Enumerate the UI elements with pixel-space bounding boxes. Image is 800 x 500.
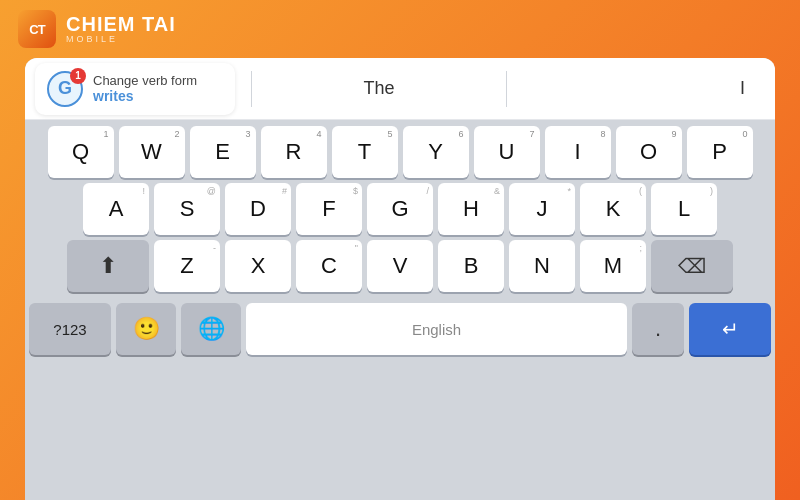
brand-name: CHIEM TAI xyxy=(66,14,176,34)
key-period[interactable]: . xyxy=(632,303,684,355)
bottom-row: ?123🙂🌐English.↵ xyxy=(25,297,775,368)
key-j[interactable]: *J xyxy=(509,183,575,235)
key-q[interactable]: 1Q xyxy=(48,126,114,178)
grammarly-word: writes xyxy=(93,88,197,104)
key-row-3: ⬆-ZX"CVBN;M⌫ xyxy=(29,240,771,292)
grammarly-icon: G 1 xyxy=(47,71,83,107)
key-f[interactable]: $F xyxy=(296,183,362,235)
key-s[interactable]: @S xyxy=(154,183,220,235)
grammarly-badge: 1 xyxy=(70,68,86,84)
space-label: English xyxy=(412,321,461,338)
key-m[interactable]: ;M xyxy=(580,240,646,292)
key-emoji[interactable]: 🙂 xyxy=(116,303,176,355)
enter-icon: ↵ xyxy=(722,317,739,341)
key-i[interactable]: 8I xyxy=(545,126,611,178)
key-backspace[interactable]: ⌫ xyxy=(651,240,733,292)
logo-icon: CT xyxy=(18,10,56,48)
key-g[interactable]: /G xyxy=(367,183,433,235)
suggestions-bar: G 1 Change verb form writes The I xyxy=(25,58,775,120)
key-globe[interactable]: 🌐 xyxy=(181,303,241,355)
key-shift[interactable]: ⬆ xyxy=(67,240,149,292)
grammarly-label: Change verb form xyxy=(93,73,197,88)
globe-icon: 🌐 xyxy=(198,316,225,342)
suggestion-divider-2 xyxy=(506,71,507,107)
logo-letters: CT xyxy=(29,22,44,37)
key-c[interactable]: "C xyxy=(296,240,362,292)
emoji-icon: 🙂 xyxy=(133,316,160,342)
key-y[interactable]: 6Y xyxy=(403,126,469,178)
suggestion-right[interactable]: I xyxy=(523,78,765,99)
key-l[interactable]: )L xyxy=(651,183,717,235)
key-r[interactable]: 4R xyxy=(261,126,327,178)
suggestion-center[interactable]: The xyxy=(268,78,490,99)
brand-sub: MOBILE xyxy=(66,34,176,44)
key-n[interactable]: N xyxy=(509,240,575,292)
key-t[interactable]: 5T xyxy=(332,126,398,178)
keyboard-area: 1Q2W3E4R5T6Y7U8I9O0P !A@S#D$F/G&H*J(K)L … xyxy=(25,120,775,292)
period-label: . xyxy=(655,316,661,342)
keyboard-container: G 1 Change verb form writes The I 1Q2W3E… xyxy=(25,58,775,500)
grammarly-text: Change verb form writes xyxy=(93,73,197,104)
key-row-1: 1Q2W3E4R5T6Y7U8I9O0P xyxy=(29,126,771,178)
key-d[interactable]: #D xyxy=(225,183,291,235)
key-e[interactable]: 3E xyxy=(190,126,256,178)
key-enter[interactable]: ↵ xyxy=(689,303,771,355)
key-a[interactable]: !A xyxy=(83,183,149,235)
key-k[interactable]: (K xyxy=(580,183,646,235)
key-v[interactable]: V xyxy=(367,240,433,292)
suggestion-divider xyxy=(251,71,252,107)
key-h[interactable]: &H xyxy=(438,183,504,235)
num-switch-label: ?123 xyxy=(53,321,86,338)
top-bar: CT CHIEM TAI MOBILE xyxy=(0,0,800,58)
brand-text: CHIEM TAI MOBILE xyxy=(66,14,176,44)
shift-icon: ⬆ xyxy=(99,253,117,279)
key-space[interactable]: English xyxy=(246,303,627,355)
key-o[interactable]: 9O xyxy=(616,126,682,178)
grammarly-popup[interactable]: G 1 Change verb form writes xyxy=(35,63,235,115)
backspace-icon: ⌫ xyxy=(678,254,706,278)
key-b[interactable]: B xyxy=(438,240,504,292)
key-w[interactable]: 2W xyxy=(119,126,185,178)
key-z[interactable]: -Z xyxy=(154,240,220,292)
key-p[interactable]: 0P xyxy=(687,126,753,178)
key-row-2: !A@S#D$F/G&H*J(K)L xyxy=(29,183,771,235)
key-u[interactable]: 7U xyxy=(474,126,540,178)
key-x[interactable]: X xyxy=(225,240,291,292)
key-row-bottom: ?123🙂🌐English.↵ xyxy=(29,303,771,355)
key-num-switch[interactable]: ?123 xyxy=(29,303,111,355)
